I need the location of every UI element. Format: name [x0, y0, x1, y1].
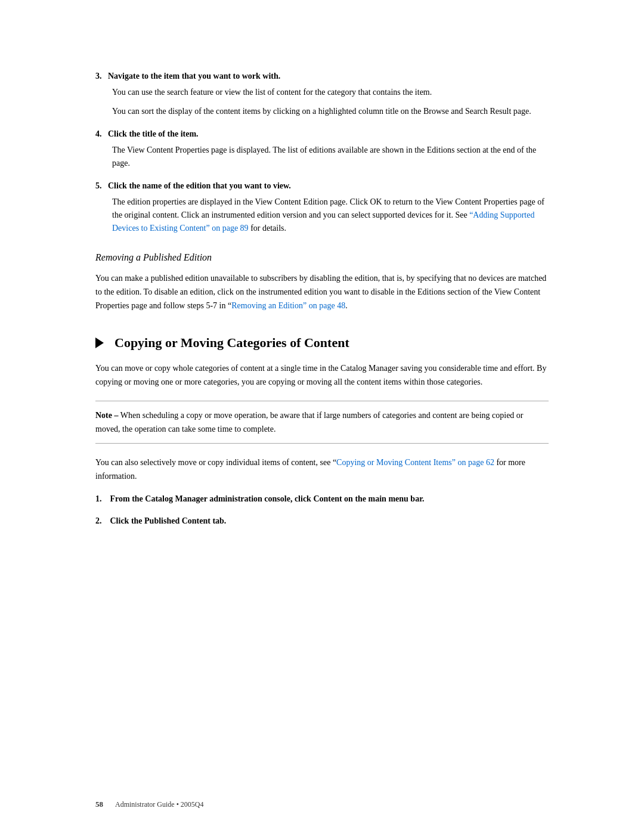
copying-section-heading-container: Copying or Moving Categories of Content [95, 335, 549, 351]
step-5-para-suffix: for details. [250, 224, 286, 233]
step-3-number: 3. [95, 72, 102, 80]
step-5-number: 5. [95, 181, 102, 190]
also-para: You can also selectively move or copy in… [95, 456, 549, 483]
step-5: 5. Click the name of the edition that yo… [95, 181, 549, 236]
copying-step-2-text: Click the Published Content tab. [110, 516, 227, 525]
copying-section-heading: Copying or Moving Categories of Content [114, 335, 349, 351]
triangle-icon [95, 337, 104, 348]
footer: 58 Administrator Guide • 2005Q4 [95, 800, 549, 809]
also-para-start: You can also selectively move or copy in… [95, 458, 336, 467]
note-label: Note – [95, 411, 119, 420]
copying-step-2: 2. Click the Published Content tab. [95, 514, 549, 528]
footer-doc-title: Administrator Guide • 2005Q4 [115, 800, 204, 809]
copying-step-1-number: 1. [95, 494, 102, 503]
note-box: Note – When scheduling a copy or move op… [95, 401, 549, 444]
step-4-heading-text: Click the title of the item. [108, 129, 199, 138]
step-4: 4. Click the title of the item. The View… [95, 129, 549, 171]
footer-page-number: 58 [95, 800, 103, 809]
copying-step-1-text: From the Catalog Manager administration … [110, 494, 425, 503]
copying-steps-list: 1. From the Catalog Manager administrati… [95, 492, 549, 528]
step-4-heading: 4. Click the title of the item. [95, 129, 549, 139]
copying-moving-link[interactable]: Copying or Moving Content Items” on page… [336, 458, 494, 467]
copying-intro: You can move or copy whole categories of… [95, 361, 549, 389]
step-3-heading: 3. Navigate to the item that you want to… [95, 72, 549, 81]
step-4-number: 4. [95, 129, 102, 138]
removing-suffix: . [345, 301, 348, 310]
removing-section-title: Removing a Published Edition [95, 252, 549, 263]
step-3-para-1: You can use the search feature or view t… [112, 86, 549, 99]
step-5-heading-text: Click the name of the edition that you w… [108, 181, 291, 190]
copying-step-1: 1. From the Catalog Manager administrati… [95, 492, 549, 506]
step-3-para-2: You can sort the display of the content … [112, 105, 549, 118]
step-3-heading-text: Navigate to the item that you want to wo… [108, 72, 280, 80]
step-5-heading: 5. Click the name of the edition that yo… [95, 181, 549, 191]
step-3: 3. Navigate to the item that you want to… [95, 72, 549, 119]
page: 3. Navigate to the item that you want to… [0, 0, 644, 833]
step-4-para-1: The View Content Properties page is disp… [112, 144, 549, 171]
note-body: When scheduling a copy or move operation… [95, 411, 524, 433]
step-5-para-1: The edition properties are displayed in … [112, 196, 549, 236]
removing-edition-link[interactable]: Removing an Edition” on page 48 [231, 301, 345, 310]
copying-step-2-number: 2. [95, 516, 102, 525]
removing-section-body: You can make a published edition unavail… [95, 271, 549, 312]
